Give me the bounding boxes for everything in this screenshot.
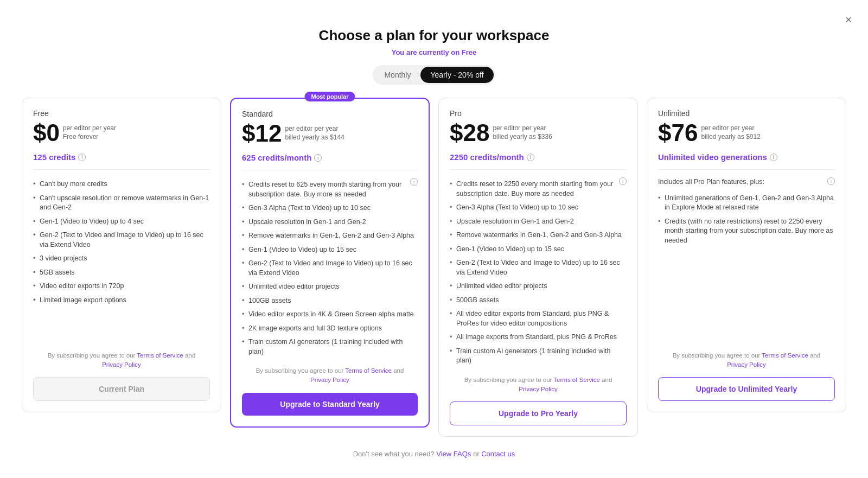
monthly-toggle-button[interactable]: Monthly — [374, 67, 420, 83]
feature-item: Upscale resolution in Gen-1 and Gen-2 — [242, 215, 418, 230]
credits-info-icon-pro[interactable]: i — [527, 154, 534, 161]
features-section-pro: Credits reset to 2250 every month starti… — [450, 177, 627, 368]
privacy-link-unlimited[interactable]: Privacy Policy — [727, 361, 766, 368]
feature-item: 500GB assets — [450, 294, 627, 308]
features-list-pro: Credits reset to 2250 every month starti… — [450, 177, 627, 368]
features-info-icon-standard[interactable]: i — [410, 178, 418, 186]
divider-pro — [450, 169, 627, 170]
plan-credits-free: 125 credits i — [33, 152, 210, 162]
privacy-link-standard[interactable]: Privacy Policy — [310, 377, 349, 383]
footer-text: Don't see what you need? View FAQs or Co… — [22, 450, 846, 458]
plan-price-sub-pro: billed yearly as $336 — [493, 133, 552, 142]
plan-price-details-pro: per editor per year billed yearly as $33… — [493, 121, 552, 141]
plan-card-unlimited: Unlimited $76 per editor per year billed… — [647, 98, 846, 412]
current-plan-prefix: You are currently on — [392, 48, 459, 56]
footer-prefix: Don't see what you need? — [353, 450, 435, 458]
feature-item: Remove watermarks in Gen-1, Gen-2 and Ge… — [450, 228, 627, 243]
plan-price-free: $0 — [33, 121, 60, 145]
plan-price-standard: $12 — [242, 122, 282, 145]
plan-price-pro: $28 — [450, 121, 489, 145]
feature-item: Gen-2 (Text to Video and Image to Video)… — [33, 228, 210, 252]
plan-name-unlimited: Unlimited — [658, 109, 835, 118]
terms-text-pro: By subscribing you agree to our Terms of… — [450, 375, 627, 394]
billing-toggle: Monthly Yearly - 20% off — [22, 65, 846, 85]
plans-grid: Free $0 per editor per year Free forever… — [22, 98, 846, 437]
credits-info-icon-free[interactable]: i — [78, 154, 86, 161]
feature-item: Credits (with no rate restrictions) rese… — [658, 215, 835, 248]
plan-price-details-unlimited: per editor per year billed yearly as $91… — [701, 121, 760, 141]
credits-info-icon-unlimited[interactable]: i — [770, 154, 777, 161]
feature-item: Video editor exports in 4K & Green Scree… — [242, 308, 418, 322]
plan-price-row-unlimited: $76 per editor per year billed yearly as… — [658, 121, 835, 145]
plan-card-standard: Most popularStandard $12 per editor per … — [230, 98, 430, 428]
features-list-standard: Credits reset to 625 every month startin… — [242, 178, 418, 359]
plan-price-unlimited: $76 — [658, 121, 698, 145]
current-plan-name: Free — [462, 48, 476, 56]
feature-item: Train custom AI generators (1 training i… — [242, 335, 418, 359]
plan-price-row-standard: $12 per editor per year billed yearly as… — [242, 122, 418, 145]
divider-standard — [242, 170, 418, 170]
plan-name-pro: Pro — [450, 109, 627, 118]
features-info-icon-unlimited[interactable]: i — [827, 177, 835, 185]
feature-item: All image exports from Standard, plus PN… — [450, 330, 627, 345]
feature-item: Remove watermarks in Gen-1, Gen-2 and Ge… — [242, 229, 418, 243]
feature-item: Upscale resolution in Gen-1 and Gen-2 — [450, 215, 627, 229]
feature-item: Gen-1 (Video to Video) up to 4 sec — [33, 215, 210, 229]
divider-unlimited — [658, 169, 835, 170]
most-popular-badge: Most popular — [304, 92, 355, 101]
close-button[interactable]: × — [840, 11, 857, 28]
features-intro-unlimited: Includes all Pro Plan features, plus: — [658, 177, 835, 187]
plan-card-pro: Pro $28 per editor per year billed yearl… — [438, 98, 638, 437]
feature-item: Gen-3 Alpha (Text to Video) up to 10 sec — [450, 201, 627, 215]
feature-item: Can't buy more credits — [33, 177, 210, 192]
plan-price-sub-unlimited: billed yearly as $912 — [701, 133, 760, 142]
plan-price-details-standard: per editor per year billed yearly as $14… — [285, 122, 344, 142]
privacy-link-pro[interactable]: Privacy Policy — [519, 386, 558, 392]
feature-item: All video editor exports from Standard, … — [450, 307, 627, 330]
feature-item: 2K image exports and full 3D texture opt… — [242, 322, 418, 336]
feature-item: Gen-3 Alpha (Text to Video) up to 10 sec — [242, 201, 418, 215]
terms-link-unlimited[interactable]: Terms of Service — [762, 352, 808, 359]
faq-link[interactable]: View FAQs — [436, 450, 471, 458]
feature-item: Credits reset to 2250 every month starti… — [450, 177, 627, 201]
plan-credits-standard: 625 credits/month i — [242, 153, 418, 162]
plan-price-per-standard: per editor per year — [285, 125, 344, 133]
terms-link-free[interactable]: Terms of Service — [137, 352, 183, 359]
features-list-unlimited: Unlimited generations of Gen-1, Gen-2 an… — [658, 192, 835, 248]
contact-link[interactable]: Contact us — [481, 450, 515, 458]
feature-item: Gen-2 (Text to Video and Image to Video)… — [450, 256, 627, 279]
privacy-link-free[interactable]: Privacy Policy — [102, 361, 141, 368]
feature-item: Unlimited video editor projects — [242, 280, 418, 294]
features-info-icon-pro[interactable]: i — [619, 177, 627, 185]
plan-price-per-free: per editor per year — [63, 124, 116, 133]
plan-credits-unlimited: Unlimited video generations i — [658, 152, 835, 162]
terms-text-standard: By subscribing you agree to our Terms of… — [242, 366, 418, 385]
action-button-pro[interactable]: Upgrade to Pro Yearly — [450, 401, 627, 425]
features-section-unlimited: Includes all Pro Plan features, plus:Unl… — [658, 177, 835, 343]
action-button-unlimited[interactable]: Upgrade to Unlimited Yearly — [658, 377, 835, 401]
plan-price-row-free: $0 per editor per year Free forever — [33, 121, 210, 145]
feature-item: 100GB assets — [242, 294, 418, 308]
terms-link-pro[interactable]: Terms of Service — [553, 377, 600, 383]
plan-price-details-free: per editor per year Free forever — [63, 121, 116, 141]
plan-credits-pro: 2250 credits/month i — [450, 152, 627, 162]
credits-info-icon-standard[interactable]: i — [314, 154, 322, 162]
modal-title: Choose a plan for your workspace — [22, 27, 846, 44]
terms-text-unlimited: By subscribing you agree to our Terms of… — [658, 351, 835, 370]
plan-name-standard: Standard — [242, 110, 418, 118]
features-section-free: Can't buy more creditsCan't upscale reso… — [33, 177, 210, 343]
feature-item: 3 video projects — [33, 252, 210, 266]
features-list-free: Can't buy more creditsCan't upscale reso… — [33, 177, 210, 307]
feature-item: Unlimited generations of Gen-1, Gen-2 an… — [658, 192, 835, 215]
toggle-container: Monthly Yearly - 20% off — [373, 65, 495, 85]
feature-item: Can't upscale resolution or remove water… — [33, 192, 210, 215]
feature-item: Limited image export options — [33, 294, 210, 308]
action-button-free[interactable]: Current Plan — [33, 377, 210, 401]
plan-card-free: Free $0 per editor per year Free forever… — [22, 98, 221, 412]
action-button-standard[interactable]: Upgrade to Standard Yearly — [242, 393, 418, 416]
terms-link-standard[interactable]: Terms of Service — [345, 367, 392, 374]
feature-item: Video editor exports in 720p — [33, 279, 210, 294]
terms-text-free: By subscribing you agree to our Terms of… — [33, 351, 210, 370]
yearly-toggle-button[interactable]: Yearly - 20% off — [420, 67, 493, 83]
divider-free — [33, 169, 210, 170]
